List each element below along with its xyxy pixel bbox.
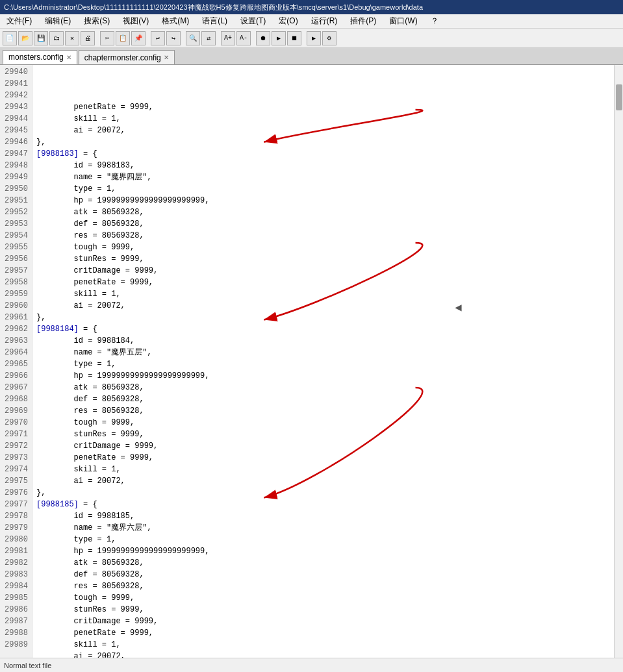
code-line-29973: }, xyxy=(36,487,610,499)
code-line-29947: type = 1, xyxy=(36,183,610,195)
menu-run[interactable]: 运行(R) xyxy=(307,14,342,28)
line-number-29953: 29953 xyxy=(3,218,28,230)
line-number-29961: 29961 xyxy=(3,312,28,323)
menu-file[interactable]: 文件(F) xyxy=(3,14,36,28)
status-text: Normal text file xyxy=(4,662,51,669)
scrollbar[interactable] xyxy=(614,65,623,658)
code-line-29964: atk = 80569328, xyxy=(36,382,610,393)
code-line-29951: res = 80569328, xyxy=(36,230,610,242)
line-number-29965: 29965 xyxy=(3,358,28,370)
line-number-29978: 29978 xyxy=(3,510,28,522)
code-line-29982: tough = 9999, xyxy=(36,592,610,604)
line-number-29950: 29950 xyxy=(3,183,28,195)
tab-chaptermonster-label: chaptermonster.config xyxy=(84,53,161,62)
code-line-29957: ai = 20072, xyxy=(36,300,610,312)
code-line-29956: skill = 1, xyxy=(36,288,610,300)
tab-chaptermonster-close[interactable]: ✕ xyxy=(164,54,169,61)
tb-close[interactable]: ✕ xyxy=(65,31,79,45)
code-line-29974: [9988185] = { xyxy=(36,499,610,510)
code-line-29945: id = 9988183, xyxy=(36,160,610,171)
code-line-29962: type = 1, xyxy=(36,358,610,370)
code-line-29986: skill = 1, xyxy=(36,639,610,651)
tb-new[interactable]: 📄 xyxy=(3,31,17,45)
tb-undo[interactable]: ↩ xyxy=(151,31,165,45)
code-line-29960: id = 9988184, xyxy=(36,335,610,347)
line-numbers: 2994029941299422994329944299452994629947… xyxy=(0,65,32,658)
line-number-29985: 29985 xyxy=(3,592,28,604)
code-line-29987: ai = 20072, xyxy=(36,651,610,658)
tb-find[interactable]: 🔍 xyxy=(186,31,200,45)
status-bar: Normal text file xyxy=(0,658,623,672)
code-line-29954: critDamage = 9999, xyxy=(36,265,610,277)
code-line-29955: penetRate = 9999, xyxy=(36,277,610,288)
tb-compile[interactable]: ⚙ xyxy=(322,31,337,45)
code-line-29967: tough = 9999, xyxy=(36,417,610,429)
code-line-29944: [9988183] = { xyxy=(36,148,610,160)
line-number-29943: 29943 xyxy=(3,101,28,113)
menu-language[interactable]: 语言(L) xyxy=(198,14,231,28)
code-line-29981: res = 80569328, xyxy=(36,580,610,592)
line-number-29988: 29988 xyxy=(3,627,28,639)
tb-replace[interactable]: ⇄ xyxy=(201,31,216,45)
line-number-29966: 29966 xyxy=(3,370,28,382)
code-line-29952: tough = 9999, xyxy=(36,242,610,253)
code-line-29978: hp = 19999999999999999999999, xyxy=(36,545,610,557)
code-line-29984: critDamage = 9999, xyxy=(36,616,610,627)
tb-macro-play[interactable]: ▶ xyxy=(272,31,286,45)
code-line-29983: stunRes = 9999, xyxy=(36,604,610,616)
tb-copy[interactable]: 📋 xyxy=(116,31,130,45)
menu-settings[interactable]: 设置(T) xyxy=(236,14,270,28)
tb-print[interactable]: 🖨 xyxy=(81,31,95,45)
tb-save[interactable]: 💾 xyxy=(34,31,48,45)
code-line-29959: [9988184] = { xyxy=(36,323,610,335)
tab-chaptermonster-config[interactable]: chaptermonster.config ✕ xyxy=(79,50,175,64)
tb-paste[interactable]: 📌 xyxy=(131,31,146,45)
tab-monsters-config[interactable]: monsters.config ✕ xyxy=(3,50,77,64)
line-number-29987: 29987 xyxy=(3,616,28,627)
code-line-29985: penetRate = 9999, xyxy=(36,627,610,639)
code-line-29968: stunRes = 9999, xyxy=(36,429,610,440)
line-number-29973: 29973 xyxy=(3,452,28,464)
line-number-29941: 29941 xyxy=(3,78,28,90)
menu-macro[interactable]: 宏(O) xyxy=(275,14,301,28)
code-line-29965: def = 80569328, xyxy=(36,393,610,405)
code-line-29971: skill = 1, xyxy=(36,464,610,475)
line-number-29982: 29982 xyxy=(3,557,28,569)
tb-macro-stop[interactable]: ⏹ xyxy=(287,31,301,45)
code-line-29976: name = "魔界六层", xyxy=(36,522,610,534)
line-number-29989: 29989 xyxy=(3,639,28,651)
tb-macro-rec[interactable]: ⏺ xyxy=(256,31,270,45)
tb-zoom-out[interactable]: A- xyxy=(236,31,251,45)
line-number-29958: 29958 xyxy=(3,277,28,288)
menu-edit[interactable]: 编辑(E) xyxy=(41,14,75,28)
code-line-29980: def = 80569328, xyxy=(36,569,610,580)
tb-zoom-in[interactable]: A+ xyxy=(221,31,235,45)
tb-redo[interactable]: ↪ xyxy=(166,31,181,45)
tb-open[interactable]: 📂 xyxy=(18,31,32,45)
scrollbar-thumb[interactable] xyxy=(616,84,622,110)
editor-area: 2994029941299422994329944299452994629947… xyxy=(0,65,623,658)
menu-search[interactable]: 搜索(S) xyxy=(80,14,114,28)
line-number-29944: 29944 xyxy=(3,113,28,125)
menu-view[interactable]: 视图(V) xyxy=(119,14,153,28)
line-number-29974: 29974 xyxy=(3,464,28,475)
tab-monsters-close[interactable]: ✕ xyxy=(66,54,71,61)
code-line-29948: hp = 19999999999999999999999, xyxy=(36,195,610,206)
line-number-29959: 29959 xyxy=(3,288,28,300)
code-content[interactable]: penetRate = 9999, skill = 1, ai = 20072,… xyxy=(32,65,614,658)
menu-bar: 文件(F) 编辑(E) 搜索(S) 视图(V) 格式(M) 语言(L) 设置(T… xyxy=(0,14,623,29)
line-number-29979: 29979 xyxy=(3,522,28,534)
line-number-29956: 29956 xyxy=(3,253,28,265)
menu-help[interactable]: ？ xyxy=(427,14,442,28)
tb-save-all[interactable]: 🗂 xyxy=(49,31,64,45)
line-number-29951: 29951 xyxy=(3,195,28,206)
line-number-29976: 29976 xyxy=(3,487,28,499)
code-line-29953: stunRes = 9999, xyxy=(36,253,610,265)
menu-window[interactable]: 窗口(W) xyxy=(385,14,421,28)
tb-run[interactable]: ▶ xyxy=(307,31,321,45)
tb-cut[interactable]: ✂ xyxy=(100,31,114,45)
line-number-29972: 29972 xyxy=(3,440,28,452)
menu-plugins[interactable]: 插件(P) xyxy=(346,14,380,28)
menu-format[interactable]: 格式(M) xyxy=(158,14,193,28)
line-number-29952: 29952 xyxy=(3,206,28,218)
